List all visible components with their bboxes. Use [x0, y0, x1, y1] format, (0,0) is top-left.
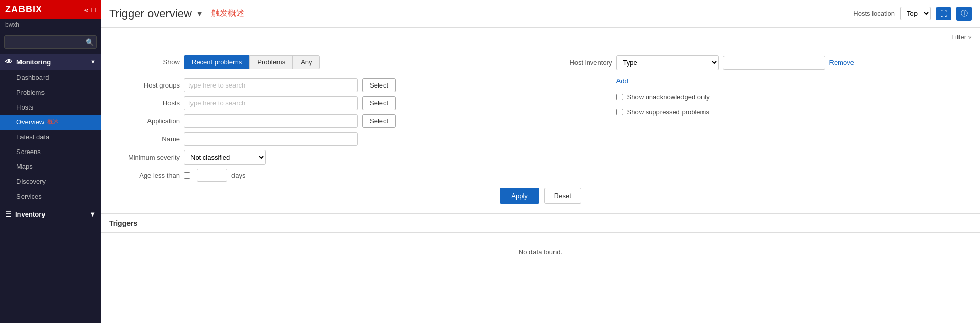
host-inventory-row: Host inventory Type Remove: [551, 55, 968, 70]
monitoring-section-header[interactable]: 👁 Monitoring ▼: [0, 54, 101, 70]
search-icon: 🔍: [86, 38, 94, 46]
hosts-label: Hosts: [16, 103, 33, 111]
filter-icon: ▿: [968, 33, 972, 41]
filter-right-column: Host inventory Type Remove Add Show unac…: [551, 55, 968, 182]
hosts-input[interactable]: [184, 96, 358, 110]
apply-button[interactable]: Apply: [500, 188, 539, 204]
host-groups-input[interactable]: [184, 78, 358, 92]
show-unacknowledged-checkbox[interactable]: [616, 94, 623, 100]
filter-toggle-button[interactable]: Filter ▿: [951, 33, 972, 41]
monitoring-chevron: ▼: [90, 59, 96, 65]
inventory-chevron: ▼: [89, 210, 96, 218]
title-dropdown-arrow[interactable]: ▼: [196, 10, 203, 18]
hosts-select-btn[interactable]: Select: [362, 96, 396, 110]
sidebar: ZABBIX « □ bwxh 🔍 👁 Monitoring ▼ Dashboa…: [0, 0, 101, 323]
show-suppressed-label: Show suppressed problems: [627, 108, 709, 116]
logo: ZABBIX: [5, 4, 42, 15]
content-area: Triggers No data found.: [101, 214, 980, 323]
show-unacknowledged-row: Show unacknowledged only: [616, 93, 968, 101]
age-less-than-checkbox[interactable]: [184, 172, 190, 179]
sidebar-item-discovery[interactable]: Discovery: [0, 174, 101, 189]
sidebar-user: bwxh: [0, 19, 101, 32]
application-row: Application Select: [113, 114, 530, 128]
show-problems-btn[interactable]: Problems: [249, 55, 293, 69]
screens-label: Screens: [16, 148, 41, 156]
sidebar-item-screens[interactable]: Screens: [0, 144, 101, 159]
inventory-section: ☰ Inventory ▼: [0, 206, 101, 222]
show-any-btn[interactable]: Any: [293, 55, 319, 69]
host-inventory-label: Host inventory: [551, 59, 612, 67]
logo-icons: « □: [84, 6, 96, 14]
application-input[interactable]: [184, 114, 358, 128]
hosts-label: Hosts: [113, 99, 180, 107]
latest-data-label: Latest data: [16, 133, 49, 141]
inventory-remove-link[interactable]: Remove: [829, 59, 854, 67]
sidebar-item-hosts[interactable]: Hosts: [0, 100, 101, 115]
filter-action-row: Apply Reset: [113, 188, 968, 207]
hosts-row: Hosts Select: [113, 96, 530, 110]
reset-button[interactable]: Reset: [544, 188, 581, 204]
discovery-label: Discovery: [16, 178, 46, 185]
top-bar: Trigger overview ▼ 触发概述 Hosts location T…: [101, 0, 980, 28]
main-content: Trigger overview ▼ 触发概述 Hosts location T…: [101, 0, 980, 323]
top-bar-right: Hosts location Top Left ⛶ ⓘ: [853, 7, 972, 21]
overview-annotation: 概述: [47, 118, 58, 126]
filter-left-column: Show Recent problems Problems Any Host g…: [113, 55, 530, 182]
collapse-icon[interactable]: «: [84, 6, 89, 14]
inventory-add-link[interactable]: Add: [616, 77, 628, 85]
expand-icon[interactable]: □: [92, 6, 96, 14]
filter-bar: Filter ▿: [101, 28, 980, 47]
inventory-label: Inventory: [15, 210, 46, 218]
host-groups-label: Host groups: [113, 81, 180, 89]
name-input[interactable]: [184, 132, 358, 146]
page-title: Trigger overview ▼: [109, 7, 203, 20]
show-btn-group: Recent problems Problems Any: [184, 55, 320, 69]
application-select-btn[interactable]: Select: [362, 114, 396, 128]
host-groups-select-btn[interactable]: Select: [362, 78, 396, 92]
sidebar-item-problems[interactable]: Problems: [0, 85, 101, 100]
dashboard-label: Dashboard: [16, 74, 49, 81]
show-unacknowledged-label: Show unacknowledged only: [627, 93, 710, 101]
minimum-severity-row: Minimum severity Not classified Informat…: [113, 150, 530, 165]
filter-panel: Show Recent problems Problems Any Host g…: [101, 47, 980, 214]
hosts-location-select[interactable]: Top Left: [900, 7, 931, 20]
title-text: Trigger overview: [109, 7, 192, 20]
maps-label: Maps: [16, 163, 33, 170]
sidebar-item-services[interactable]: Services: [0, 189, 101, 204]
host-groups-row: Host groups Select: [113, 78, 530, 92]
show-recent-problems-btn[interactable]: Recent problems: [184, 55, 249, 69]
sidebar-item-overview[interactable]: Overview 概述: [0, 115, 101, 130]
logo-area: ZABBIX « □: [0, 0, 101, 19]
inventory-type-select[interactable]: Type: [616, 55, 719, 70]
age-input[interactable]: 14: [197, 169, 227, 182]
show-suppressed-checkbox[interactable]: [616, 109, 623, 115]
inventory-icon: ☰: [5, 210, 11, 218]
monitoring-label: Monitoring: [16, 58, 51, 66]
sidebar-item-latest-data[interactable]: Latest data: [0, 130, 101, 144]
services-label: Services: [16, 192, 42, 200]
filter-label: Filter: [951, 33, 966, 41]
no-data-message: No data found.: [101, 233, 980, 271]
triggers-header: Triggers: [101, 214, 980, 233]
sidebar-item-dashboard[interactable]: Dashboard: [0, 70, 101, 85]
show-suppressed-row: Show suppressed problems: [616, 108, 968, 116]
age-days-label: days: [231, 171, 245, 179]
problems-label: Problems: [16, 89, 45, 96]
inventory-value-input[interactable]: [723, 56, 825, 70]
application-label: Application: [113, 117, 180, 125]
hosts-location-label: Hosts location: [853, 10, 895, 17]
info-button[interactable]: ⓘ: [956, 7, 972, 21]
monitoring-section: 👁 Monitoring ▼ Dashboard Problems Hosts …: [0, 54, 101, 204]
fullscreen-button[interactable]: ⛶: [936, 7, 951, 20]
sidebar-item-maps[interactable]: Maps: [0, 159, 101, 174]
show-row: Show Recent problems Problems Any: [113, 55, 530, 69]
age-less-than-label: Age less than: [113, 171, 180, 179]
name-label: Name: [113, 135, 180, 143]
minimum-severity-select[interactable]: Not classified Information Warning Avera…: [184, 150, 266, 165]
overview-label: Overview: [16, 118, 44, 126]
inventory-section-header[interactable]: ☰ Inventory ▼: [0, 206, 101, 222]
monitoring-icon: 👁: [5, 58, 12, 66]
page-subtitle: 触发概述: [211, 8, 244, 19]
age-less-than-row: Age less than 14 days: [113, 169, 530, 182]
search-input[interactable]: [4, 35, 97, 49]
